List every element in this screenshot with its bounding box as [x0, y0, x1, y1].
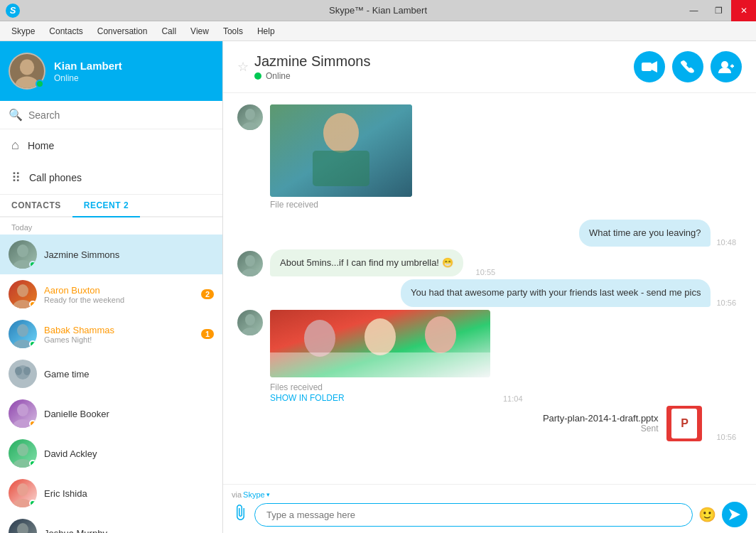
- svg-point-27: [323, 113, 359, 153]
- contact-info-aaron: Aaron Buxton Ready for the weekend: [44, 285, 194, 304]
- contact-avatar-eric: [9, 479, 37, 507]
- message-input[interactable]: [254, 503, 693, 527]
- attach-button[interactable]: [232, 504, 249, 525]
- nav-home[interactable]: ⌂ Home: [0, 129, 222, 161]
- nav-call-phones-label: Call phones: [29, 172, 82, 183]
- maximize-button[interactable]: ❐: [706, 0, 731, 21]
- msg-avatar-jazmine: [237, 104, 263, 130]
- search-input[interactable]: [28, 109, 214, 121]
- contact-list: Today Jazmine Simmons Aaron Buxton: [0, 217, 222, 533]
- call-phones-icon: ⠿: [11, 170, 21, 185]
- send-button[interactable]: [722, 502, 747, 527]
- msg-time-party: 10:56: [716, 298, 736, 307]
- profile-info: Kian Lambert Online: [54, 60, 122, 83]
- contact-info-danielle: Danielle Booker: [44, 409, 214, 419]
- svg-point-29: [245, 255, 255, 266]
- message-sent-leaving: What time are you leaving? 10:48: [237, 220, 742, 247]
- sidebar: Kian Lambert Online 🔍 ⌂ Home ⠿ Call phon…: [0, 41, 223, 533]
- contact-item-eric[interactable]: Eric Ishida: [0, 473, 222, 513]
- unread-badge-aaron: 2: [201, 289, 214, 299]
- svg-marker-38: [729, 509, 740, 520]
- skype-logo-icon: S: [6, 4, 20, 18]
- contact-info-eric: Eric Ishida: [44, 488, 214, 499]
- chat-actions: [634, 51, 742, 82]
- contact-item-aaron[interactable]: Aaron Buxton Ready for the weekend 2: [0, 274, 222, 314]
- favorite-star-icon[interactable]: ☆: [237, 59, 249, 75]
- menu-help[interactable]: Help: [252, 23, 281, 39]
- via-skype-label[interactable]: Skype: [243, 490, 265, 499]
- contact-item-danielle[interactable]: Danielle Booker: [0, 394, 222, 434]
- profile-status: Online: [54, 73, 122, 83]
- msg-time-leaving: 10:48: [716, 238, 736, 247]
- video-call-button[interactable]: [634, 51, 665, 82]
- tab-contacts[interactable]: CONTACTS: [0, 195, 72, 216]
- voice-call-button[interactable]: [672, 51, 703, 82]
- bubble-sent-leaving: What time are you leaving?: [579, 220, 711, 247]
- svg-point-34: [304, 320, 335, 357]
- svg-point-31: [245, 314, 255, 325]
- message-sent-party: You had that awesome party with your fri…: [237, 279, 742, 306]
- svg-point-25: [242, 122, 259, 130]
- contact-sub-babak: Games Night!: [44, 335, 194, 344]
- contact-item-david[interactable]: David Ackley: [0, 434, 222, 473]
- contact-avatar-danielle: [9, 399, 37, 428]
- file-name: Party-plan-2014-1-draft.pptx: [543, 413, 659, 424]
- titlebar-controls: — ❐ ✕: [681, 0, 756, 21]
- search-area[interactable]: 🔍: [0, 101, 222, 129]
- contact-name-gametime: Game time: [44, 369, 214, 379]
- via-label: via: [232, 490, 242, 499]
- message-received-image: File received: [237, 104, 742, 214]
- chat-contact-status: Online: [254, 71, 370, 81]
- menu-view[interactable]: View: [185, 23, 215, 39]
- profile-online-indicator: [36, 80, 44, 88]
- contact-name-eric: Eric Ishida: [44, 488, 214, 499]
- svg-point-10: [23, 367, 31, 375]
- show-in-folder[interactable]: SHOW IN FOLDER: [270, 393, 490, 403]
- received-image-block: File received: [270, 104, 412, 214]
- bubble-received-umbrella: About 5mins...if I can find my umbrella!…: [270, 249, 463, 276]
- svg-point-11: [17, 404, 28, 416]
- nav-home-label: Home: [28, 140, 54, 151]
- msg-avatar-jazmine3: [237, 310, 263, 335]
- titlebar: S Skype™ - Kian Lambert — ❐ ✕: [0, 0, 756, 21]
- menu-call[interactable]: Call: [156, 23, 182, 39]
- emoji-button[interactable]: 🙂: [698, 506, 716, 523]
- svg-point-4: [17, 284, 28, 297]
- close-button[interactable]: ✕: [731, 0, 756, 21]
- profile-name: Kian Lambert: [54, 60, 122, 72]
- input-area: via Skype ▾ 🙂: [223, 484, 756, 533]
- add-contact-button[interactable]: [711, 51, 742, 82]
- section-today: Today: [0, 217, 222, 235]
- contact-item-babak[interactable]: Babak Shammas Games Night! 1: [0, 314, 222, 354]
- svg-point-0: [20, 59, 34, 75]
- photos-block: Files received SHOW IN FOLDER: [270, 310, 490, 403]
- titlebar-left: S: [6, 4, 20, 18]
- msg-avatar-jazmine2: [237, 251, 263, 276]
- contact-name-danielle: Danielle Booker: [44, 409, 214, 419]
- contact-item-jazmine[interactable]: Jazmine Simmons: [0, 235, 222, 274]
- menu-contacts[interactable]: Contacts: [43, 23, 88, 39]
- messages-area[interactable]: File received What time are you leaving?…: [223, 93, 756, 484]
- message-sent-file: Party-plan-2014-1-draft.pptx Sent P 10:5…: [237, 406, 742, 441]
- message-received-photos: Files received SHOW IN FOLDER 11:04: [237, 310, 742, 403]
- nav-items: ⌂ Home ⠿ Call phones: [0, 129, 222, 195]
- contact-avatar-david: [9, 439, 37, 468]
- main-layout: Kian Lambert Online 🔍 ⌂ Home ⠿ Call phon…: [0, 41, 756, 533]
- contact-avatar-gametime: [9, 360, 37, 388]
- via-dropdown-icon[interactable]: ▾: [266, 491, 270, 498]
- menu-conversation[interactable]: Conversation: [92, 23, 153, 39]
- contact-info-gametime: Game time: [44, 369, 214, 379]
- svg-point-36: [425, 316, 456, 353]
- menu-skype[interactable]: Skype: [6, 23, 40, 39]
- via-row: via Skype ▾: [232, 490, 747, 499]
- minimize-button[interactable]: —: [681, 0, 706, 21]
- contact-item-gametime[interactable]: Game time: [0, 354, 222, 394]
- tab-recent[interactable]: RECENT 2: [72, 195, 140, 217]
- contact-info-joshua: Joshua Murphy: [44, 528, 214, 534]
- nav-call-phones[interactable]: ⠿ Call phones: [0, 161, 222, 194]
- search-icon: 🔍: [9, 108, 23, 122]
- contact-item-joshua[interactable]: Joshua Murphy: [0, 513, 222, 533]
- svg-point-2: [17, 244, 28, 257]
- menu-tools[interactable]: Tools: [217, 23, 249, 39]
- chat-contact-details: Jazmine Simmons Online: [254, 53, 370, 81]
